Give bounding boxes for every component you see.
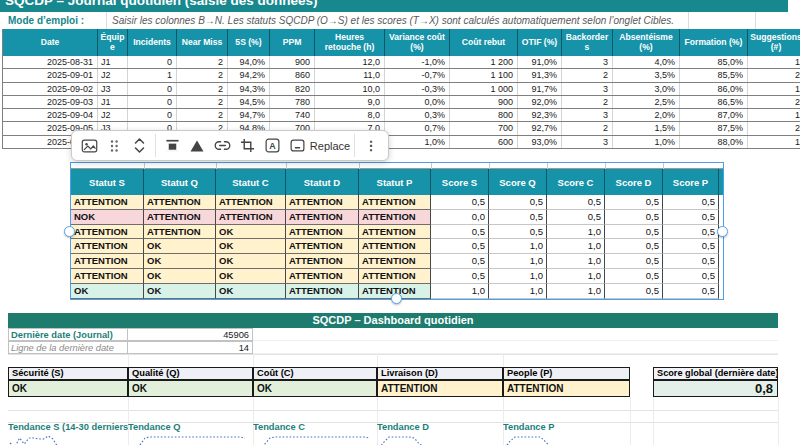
- journal-column-header: Heures retouche (h): [315, 29, 385, 56]
- journal-cell: 94,2%: [228, 69, 270, 81]
- journal-cell: J2: [98, 109, 128, 121]
- journal-column-header: Date: [3, 29, 98, 56]
- trend-sparkline: [377, 434, 497, 445]
- status-cell: ATTENTION: [144, 195, 216, 210]
- score-cell: 0,5: [663, 269, 719, 284]
- journal-cell: 91,7%: [518, 83, 562, 95]
- gridline: [688, 12, 689, 29]
- trend-sparkline: [253, 434, 371, 445]
- pillar-headers: Score global (dernière date) Sécurité (S…: [0, 367, 800, 380]
- document-page: SQCDP – Journal quotidien (saisie des do…: [0, 0, 800, 445]
- journal-cell: 740: [270, 109, 315, 121]
- journal-screenshot[interactable]: SQCDP – Journal quotidien (saisie des do…: [0, 0, 800, 150]
- trend-label: Tendance C: [253, 422, 377, 432]
- journal-cell: 94,7%: [228, 109, 270, 121]
- journal-cell: -0,7%: [385, 69, 450, 81]
- status-row: ATTENTIONOKOKATTENTIONATTENTION0,51,01,0…: [71, 254, 723, 269]
- status-cell: ATTENTION: [286, 225, 359, 240]
- pillar-header: Livraison (D): [377, 367, 503, 380]
- status-cell: ATTENTION: [359, 254, 431, 269]
- trend-label: Tendance S (14-30 derniers jours): [8, 422, 128, 432]
- image-button[interactable]: [77, 133, 101, 158]
- gridline: [755, 12, 756, 29]
- wrap-text-button[interactable]: [160, 133, 184, 158]
- status-column-header: Statut P: [359, 169, 431, 195]
- more-options-button[interactable]: ⋮: [359, 133, 383, 158]
- triangle-shape-icon: [189, 139, 205, 153]
- journal-row: 2025-08-31J10294,0%90012,0-1,0%1 20091,0…: [3, 56, 800, 69]
- journal-cell: 2025-08-31: [3, 56, 98, 68]
- status-cell: OK: [216, 284, 286, 299]
- status-cell: OK: [144, 269, 216, 284]
- journal-cell: 92,7%: [518, 122, 562, 134]
- status-column-header: Statut D: [286, 169, 359, 195]
- trend-sparkline: [8, 434, 122, 445]
- journal-cell: 2: [177, 56, 228, 68]
- journal-cell: 900: [270, 56, 315, 68]
- status-column-header: Statut Q: [144, 169, 216, 195]
- journal-cell: 1: [748, 136, 800, 148]
- journal-row: 2025-09-01J21294,2%86011,0-0,7%1 10091,3…: [3, 69, 800, 82]
- journal-cell: J2: [98, 69, 128, 81]
- status-cell: ATTENTION: [144, 210, 216, 225]
- status-top-sliver: [71, 163, 723, 169]
- score-cell: 0,5: [431, 269, 489, 284]
- pillar-header: Coût (C): [253, 367, 377, 380]
- trend-label: Tendance P: [503, 422, 630, 432]
- status-cell: ATTENTION: [359, 225, 431, 240]
- caption-button[interactable]: [285, 133, 309, 158]
- link-button[interactable]: [210, 133, 234, 158]
- score-cell: 0,5: [431, 239, 489, 254]
- crop-button[interactable]: [235, 133, 259, 158]
- journal-mode-row: Mode d’emploi : Saisir les colonnes B→N.…: [0, 12, 788, 29]
- journal-cell: 4,0%: [613, 56, 680, 68]
- status-row: ATTENTIONOKOKATTENTIONATTENTION0,51,01,0…: [71, 269, 723, 284]
- status-cell: OK: [144, 254, 216, 269]
- journal-cell: 86,5%: [680, 96, 748, 108]
- journal-cell: 2: [177, 69, 228, 81]
- journal-cell: 86,0%: [680, 83, 748, 95]
- selection-handle-right[interactable]: [717, 226, 728, 237]
- status-cell: OK: [144, 239, 216, 254]
- drag-handle[interactable]: [102, 133, 126, 158]
- gridline: [128, 354, 129, 367]
- chevron-up-down-icon: [133, 137, 146, 154]
- status-screenshot[interactable]: Statut SStatut QStatut CStatut DStatut P…: [71, 163, 723, 299]
- journal-cell: 1: [748, 83, 800, 95]
- svg-text:A: A: [269, 141, 276, 151]
- journal-cell: 12,0: [315, 56, 385, 68]
- gridline: [106, 12, 107, 29]
- score-cell: 0,5: [663, 210, 719, 225]
- journal-title-bar: SQCDP – Journal quotidien (saisie des do…: [0, 0, 788, 12]
- move-up-down-button[interactable]: [127, 133, 151, 158]
- journal-cell: 1 100: [450, 69, 518, 81]
- journal-cell: 2: [562, 122, 613, 134]
- replace-button[interactable]: Replace: [310, 133, 350, 158]
- status-row: ATTENTIONOKOKATTENTIONATTENTION0,51,01,0…: [71, 239, 723, 254]
- trend-sparklines: [0, 434, 800, 445]
- shape-button[interactable]: [185, 133, 209, 158]
- journal-cell: 2: [562, 96, 613, 108]
- journal-cell: 2: [748, 96, 800, 108]
- journal-title: SQCDP – Journal quotidien (saisie des do…: [5, 0, 318, 8]
- journal-cell: 88,0%: [680, 136, 748, 148]
- selection-handle-left[interactable]: [64, 226, 75, 237]
- score-cell: 1,0: [547, 269, 605, 284]
- more-vertical-icon: ⋮: [365, 138, 378, 153]
- status-cell: OK: [216, 254, 286, 269]
- journal-cell: 2025-09-04: [3, 109, 98, 121]
- selection-handle-bottom[interactable]: [391, 293, 402, 304]
- journal-cell: 11,0: [315, 69, 385, 81]
- journal-cell: 1,5%: [613, 122, 680, 134]
- journal-cell: J1: [98, 96, 128, 108]
- status-column-header: Score Q: [489, 169, 547, 195]
- status-column-header: Score C: [547, 169, 605, 195]
- status-cell: ATTENTION: [71, 239, 144, 254]
- journal-cell: 1,0%: [613, 136, 680, 148]
- status-row: ATTENTIONATTENTIONOKATTENTIONATTENTION0,…: [71, 225, 723, 240]
- score-cell: 1,0: [547, 284, 605, 299]
- alt-text-button[interactable]: A: [260, 133, 284, 158]
- status-cell: ATTENTION: [359, 210, 431, 225]
- dashboard-screenshot[interactable]: SQCDP – Dashboard quotidien Dernière dat…: [0, 310, 800, 445]
- drag-handle-icon: [109, 139, 119, 153]
